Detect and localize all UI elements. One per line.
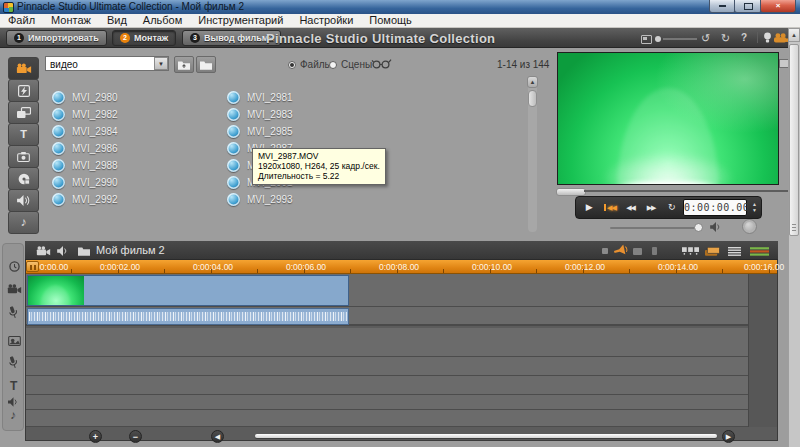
trash-tool-icon[interactable] (652, 247, 657, 255)
preview-scrubber-handle[interactable] (556, 188, 586, 196)
overlay-track-icon[interactable] (8, 336, 21, 346)
timeline-video-clip[interactable] (27, 275, 349, 306)
close-button[interactable]: × (760, 0, 796, 13)
album-tab-montage[interactable] (8, 101, 39, 124)
files-radio[interactable]: Файлы (288, 59, 332, 70)
timeline-ruler[interactable]: 0:00:00.00 0:00:02.00 0:00:04.00 0:00:06… (26, 260, 777, 274)
clip-item[interactable]: MVI_2981 (227, 90, 293, 104)
album-scrollbar-thumb[interactable] (528, 90, 537, 107)
preview-size-icon[interactable] (641, 35, 652, 44)
timeline-view-icon[interactable] (750, 247, 769, 256)
minimize-button[interactable] (709, 0, 736, 13)
track-sound-effect[interactable] (26, 395, 777, 410)
clip-item[interactable]: MVI_2988 (52, 158, 118, 172)
album-category-select[interactable]: видео (45, 56, 169, 71)
window-scrollbar-thumb[interactable] (789, 44, 799, 236)
tab-output-label: Вывод фильма (204, 33, 273, 43)
timeline-folder-icon[interactable] (78, 246, 90, 256)
menu-settings[interactable]: Настройки (291, 14, 361, 27)
timeline-scrubber-handle[interactable] (26, 261, 39, 272)
clip-item[interactable]: MVI_2982 (52, 107, 118, 121)
zoom-slider-handle[interactable] (655, 36, 661, 42)
redo-icon[interactable]: ↻ (721, 32, 730, 44)
maximize-button[interactable] (734, 0, 762, 13)
album-tab-photos[interactable] (8, 145, 39, 168)
track-overlay-audio[interactable] (26, 357, 777, 376)
track-music[interactable] (26, 410, 777, 427)
album-tab-transitions[interactable] (8, 79, 39, 102)
scenes-radio[interactable]: Сцены (329, 59, 372, 70)
volume-slider-track[interactable] (610, 227, 698, 229)
track-overlay[interactable] (26, 328, 777, 357)
preview-monitor[interactable] (557, 52, 779, 185)
play-button[interactable]: ▶ (580, 197, 599, 218)
timeline-zoom-in-button[interactable]: + (89, 430, 102, 443)
clip-view-icon[interactable] (705, 247, 720, 256)
detail-view-glasses-icon[interactable] (371, 58, 392, 69)
camera-capture-icon[interactable] (774, 33, 788, 43)
storyboard-view-icon[interactable] (682, 247, 699, 255)
quicktime-icon (227, 193, 240, 206)
undo-icon[interactable]: ↺ (701, 32, 710, 44)
menu-view[interactable]: Вид (99, 14, 135, 27)
sound-effect-track-icon[interactable] (8, 397, 19, 407)
album-tab-disc-menus[interactable] (8, 167, 39, 190)
volume-slider-handle[interactable] (694, 223, 703, 232)
album-tab-titles[interactable]: T (8, 123, 39, 146)
scenes-radio-circle[interactable] (329, 61, 337, 69)
timeline-scroll-right-button[interactable]: ▶ (722, 430, 735, 443)
timecode-display[interactable]: 0:00:00.00 (683, 199, 747, 216)
timeline-scrollbar[interactable] (255, 434, 717, 438)
album-scroll-up-icon[interactable]: ▲ (527, 76, 538, 88)
title-bar[interactable]: Pinnacle Studio Ultimate Collection - Мо… (0, 0, 800, 14)
dvd-preview-button[interactable] (742, 219, 757, 234)
clip-item[interactable]: MVI_2985 (227, 124, 293, 138)
go-to-start-button[interactable]: ◀◀ (601, 197, 620, 218)
files-radio-label: Файлы (300, 59, 332, 70)
list-view-icon[interactable] (728, 247, 741, 256)
browse-folder-button[interactable] (196, 56, 216, 73)
menu-album[interactable]: Альбом (135, 14, 190, 27)
preview-scrubber-track[interactable] (584, 190, 790, 192)
timecode-stepper[interactable]: ▲▼ (749, 202, 757, 213)
timeline-camera-icon[interactable] (36, 246, 51, 256)
help-icon[interactable]: ? (741, 32, 747, 44)
video-track-icon[interactable] (7, 284, 22, 294)
tab-edit[interactable]: 2 Монтаж (112, 30, 176, 46)
clip-item[interactable]: MVI_2992 (52, 192, 118, 206)
clip-item[interactable]: MVI_2990 (52, 175, 118, 189)
timeline-audio-clip[interactable] (27, 308, 349, 325)
volume-speaker-icon[interactable] (710, 222, 722, 232)
track-title[interactable] (26, 376, 777, 395)
folder-up-button[interactable] (174, 56, 194, 73)
timeline-speaker-icon[interactable] (57, 246, 69, 256)
menu-help[interactable]: Помощь (361, 14, 420, 27)
timeline-scroll-left-button[interactable]: ◀ (211, 430, 224, 443)
tab-import-label: Импортировать (28, 33, 99, 43)
dropdown-arrow-icon[interactable]: ▼ (154, 57, 168, 70)
tab-import[interactable]: 1 Импортировать (6, 30, 107, 46)
marker-icon[interactable] (602, 248, 608, 254)
step-forward-button[interactable]: ▶▶ (642, 197, 661, 218)
loop-button[interactable]: ↻ (662, 197, 681, 218)
files-radio-circle[interactable] (288, 61, 296, 69)
razor-tool-icon[interactable] (633, 248, 642, 255)
tips-bulb-icon[interactable] (763, 32, 772, 44)
timeline-zoom-out-button[interactable]: − (129, 430, 142, 443)
zoom-slider-track[interactable] (663, 38, 697, 40)
clip-item[interactable]: MVI_2980 (52, 90, 118, 104)
clip-item[interactable]: MVI_2993 (227, 192, 293, 206)
window-scroll-up-icon[interactable]: ▲ (788, 28, 800, 42)
album-tab-music[interactable]: ♪ (8, 211, 39, 234)
menu-toolbox[interactable]: Инструментарий (190, 14, 291, 27)
step-back-button[interactable]: ◀◀ (621, 197, 640, 218)
music-track-icon[interactable]: ♪ (10, 408, 16, 422)
album-tab-videos[interactable] (8, 57, 39, 80)
clip-item[interactable]: MVI_2983 (227, 107, 293, 121)
menu-file[interactable]: Файл (0, 14, 43, 27)
menu-edit[interactable]: Монтаж (43, 14, 99, 27)
clip-item[interactable]: MVI_2986 (52, 141, 118, 155)
album-tab-sound-effects[interactable] (8, 189, 39, 212)
title-track-icon[interactable]: T (10, 379, 17, 393)
clip-item[interactable]: MVI_2984 (52, 124, 118, 138)
